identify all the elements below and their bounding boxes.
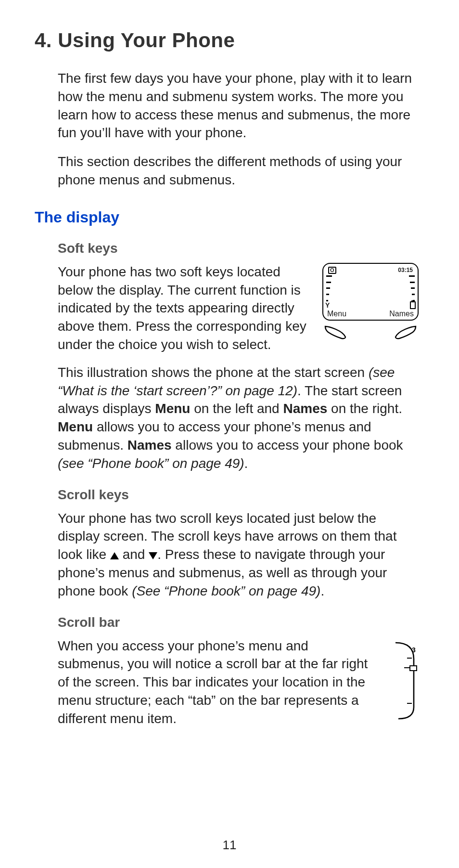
battery-bars-icon xyxy=(409,275,415,301)
intro-paragraph-1: The first few days you have your phone, … xyxy=(58,69,419,142)
arrow-up-icon xyxy=(110,552,119,559)
names-label: Names xyxy=(128,438,172,453)
phone-clock: 03:15 xyxy=(398,267,413,274)
operator-icon: O xyxy=(328,267,336,274)
subhead-soft-keys: Soft keys xyxy=(58,241,419,256)
intro-paragraph-2: This section describes the different met… xyxy=(58,153,419,189)
svg-rect-3 xyxy=(410,666,417,671)
softkey-label-right: Names xyxy=(389,310,414,318)
subhead-scroll-keys: Scroll keys xyxy=(58,487,419,503)
phone-topbar: O 03:15 xyxy=(328,267,413,274)
scrollbar-row: When you access your phone’s menu and su… xyxy=(58,637,419,738)
text: This illustration shows the phone at the… xyxy=(58,365,369,380)
intro-block: The first few days you have your phone, … xyxy=(58,69,419,189)
scrollbar-paragraph: When you access your phone’s menu and su… xyxy=(58,637,377,728)
arrow-down-icon xyxy=(149,552,157,559)
softkeys-paragraph-1: Your phone has two soft keys located bel… xyxy=(58,263,309,354)
cross-reference: (See “Phone book” on page 49) xyxy=(132,583,320,598)
scrollbar-icon: 3 xyxy=(390,640,419,722)
chapter-title: 4. Using Your Phone xyxy=(35,29,424,52)
phone-softkey-buttons xyxy=(322,325,419,340)
scrollbar-illustration: 3 xyxy=(390,640,419,724)
scrollbar-text: When you access your phone’s menu and su… xyxy=(58,637,377,738)
section-body: Soft keys Your phone has two soft keys l… xyxy=(58,241,419,738)
softkeys-text: Your phone has two soft keys located bel… xyxy=(58,263,309,363)
names-label: Names xyxy=(283,401,327,416)
cross-reference: (see “Phone book” on page 49) xyxy=(58,456,244,471)
text: and xyxy=(119,547,149,562)
phone-illustration: O 03:15 Y Menu Names xyxy=(322,263,419,340)
phone-screen: O 03:15 Y Menu Names xyxy=(322,263,419,321)
scrollkeys-paragraph: Your phone has two scroll keys located j… xyxy=(58,509,419,600)
menu-label: Menu xyxy=(155,401,190,416)
softkey-label-left: Menu xyxy=(327,310,346,318)
softkey-right-icon xyxy=(395,325,417,340)
subhead-scroll-bar: Scroll bar xyxy=(58,615,419,630)
signal-bars-icon xyxy=(326,275,332,301)
softkeys-paragraph-2: This illustration shows the phone at the… xyxy=(58,363,419,473)
menu-label: Menu xyxy=(58,419,93,434)
antenna-icon: Y xyxy=(325,301,330,309)
battery-icon xyxy=(410,301,416,309)
softkeys-row: Your phone has two soft keys located bel… xyxy=(58,263,419,363)
section-the-display: The display xyxy=(35,208,424,226)
page: 4. Using Your Phone The first few days y… xyxy=(0,0,459,868)
text: on the right. xyxy=(327,401,402,416)
scrollbar-position-number: 3 xyxy=(412,646,416,654)
softkey-left-icon xyxy=(324,325,346,340)
phone-softkey-labels: Menu Names xyxy=(327,310,414,318)
text: on the left and xyxy=(190,401,283,416)
page-number: 11 xyxy=(0,838,459,853)
text: . xyxy=(320,583,324,598)
text: allows you to access your phone book xyxy=(172,438,403,453)
text: . xyxy=(244,456,248,471)
